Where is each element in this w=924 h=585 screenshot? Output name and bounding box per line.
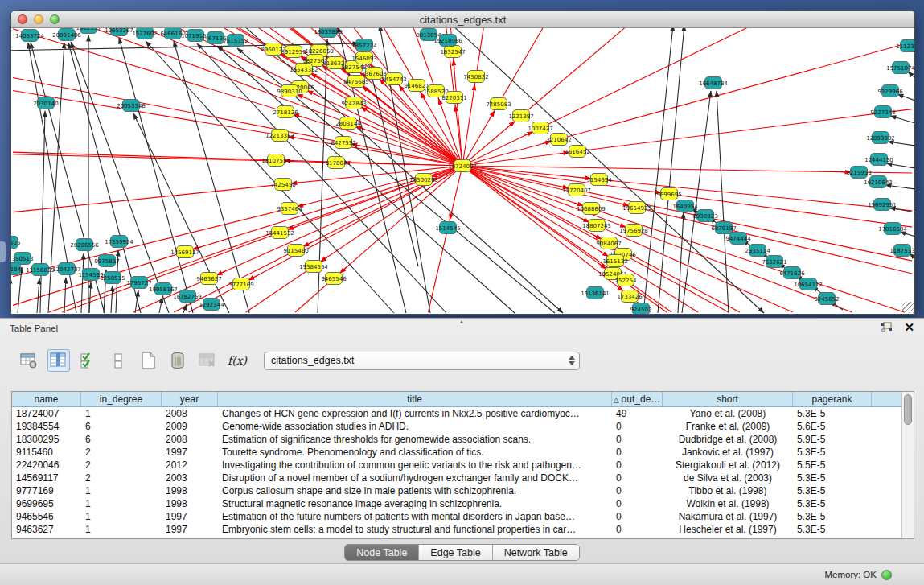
graph-node[interactable]: 3210642 [546, 134, 571, 146]
graph-node[interactable]: 9357464 [277, 203, 302, 215]
scrollbar-thumb[interactable] [904, 394, 912, 425]
column-header-short[interactable]: short [663, 392, 793, 406]
graph-node[interactable]: 2030140 [33, 97, 58, 109]
graph-node[interactable]: 15136141 [581, 287, 610, 299]
svg-text:15751074: 15751074 [886, 65, 914, 72]
graph-node[interactable]: 20206556 [70, 239, 99, 251]
graph-node[interactable]: 14569117 [170, 246, 199, 258]
column-header-pagerank[interactable]: pagerank [793, 392, 872, 406]
table-row[interactable]: 946554611997Estimation of the future num… [12, 510, 901, 523]
collapsed-panel-handle[interactable] [0, 241, 6, 262]
graph-node[interactable]: 1292344 [199, 299, 224, 311]
graph-node[interactable]: 10688609 [577, 203, 606, 215]
delete-rows-icon[interactable] [166, 349, 189, 372]
graph-node[interactable]: 12042737 [52, 263, 81, 275]
tab-node-table[interactable]: Node Table [345, 545, 419, 560]
graph-node[interactable]: 8427552 [331, 137, 355, 149]
graph-node[interactable]: 1221397 [508, 110, 533, 122]
table-scrollbar[interactable] [901, 392, 914, 538]
graph-node[interactable]: 19384554 [299, 261, 328, 273]
svg-text:2718126: 2718126 [273, 109, 298, 116]
graph-node[interactable]: 10654112 [794, 278, 823, 290]
graph-node[interactable]: 15720407 [562, 184, 591, 196]
close-panel-icon[interactable]: ✕ [904, 321, 914, 333]
table-row[interactable]: 1456911722003Disruption of a novel membe… [12, 472, 901, 484]
graph-node[interactable]: 6471626 [779, 267, 805, 279]
graph-node[interactable]: 7450822 [463, 71, 488, 83]
table-selector-dropdown[interactable]: citations_edges.txt [264, 352, 580, 370]
graph-node[interactable]: 924502 [630, 303, 652, 315]
column-header-in_degree[interactable]: in_degree [81, 392, 162, 406]
graph-node[interactable]: 2718126 [273, 106, 298, 118]
table-row[interactable]: 1872400712008Changes of HCN gene express… [12, 407, 901, 420]
graph-node[interactable]: 1250515 [100, 272, 125, 284]
graph-node[interactable]: 9465546 [321, 273, 347, 285]
memory-status-label: Memory: OK [824, 570, 877, 579]
select-all-rows-icon[interactable] [77, 349, 100, 372]
network-view-window[interactable]: citations_edges.txt 18724007896012389129… [10, 10, 915, 315]
graph-node[interactable]: 2935114 [745, 245, 770, 257]
graph-node[interactable]: 16210643 [864, 176, 893, 188]
graph-node[interactable]: 20053346 [117, 100, 146, 112]
graph-node[interactable]: 1514545 [435, 222, 460, 234]
graph-node[interactable]: 39194 [11, 263, 22, 275]
attribute-table: namein_degreeyeartitle△out_de…shortpager… [11, 391, 914, 539]
cell-in_degree: 1 [81, 510, 162, 523]
resize-grip[interactable] [902, 302, 914, 313]
graph-node[interactable]: 817004 [326, 157, 347, 169]
column-header-name[interactable]: name [12, 392, 81, 406]
graph-node[interactable]: 10653267 [105, 28, 133, 36]
tab-edge-table[interactable]: Edge Table [419, 545, 492, 560]
graph-node[interactable]: 7485083 [486, 98, 511, 110]
graph-node[interactable]: 1616452 [565, 146, 589, 158]
table-settings-icon[interactable] [18, 349, 40, 372]
graph-node[interactable]: 1632547 [440, 46, 465, 58]
column-header-out_de[interactable]: △out_de… [612, 392, 663, 406]
graph-node[interactable]: 15751074 [886, 62, 914, 74]
tab-network-table[interactable]: Network Table [493, 545, 579, 560]
unselect-all-rows-icon[interactable] [107, 349, 129, 372]
table-row[interactable]: 1938455462009Genome-wide association stu… [12, 420, 901, 433]
table-row[interactable]: 1830029562008Estimation of significance … [12, 433, 901, 446]
table-row[interactable]: 946362711997Embryonic stem cells: a mode… [12, 523, 901, 536]
cell-in_degree: 2 [81, 459, 162, 472]
svg-text:7485083: 7485083 [486, 101, 511, 108]
graph-node[interactable]: 266505 [11, 237, 20, 249]
graph-node[interactable]: 1187533 [889, 245, 914, 257]
column-header-year[interactable]: year [162, 392, 218, 406]
graph-node[interactable]: 8215953 [846, 167, 871, 179]
column-visibility-icon[interactable] [47, 349, 70, 372]
graph-node[interactable]: 7425450 [270, 179, 295, 191]
float-panel-icon[interactable] [881, 322, 893, 332]
table-row[interactable]: 911546021997Tourette syndrome. Phenomeno… [12, 446, 901, 459]
graph-node[interactable]: 1795727 [126, 277, 151, 289]
network-canvas[interactable]: 1872400789601238912955182260589827503165… [11, 28, 914, 314]
graph-node[interactable]: 7857224 [351, 39, 377, 51]
window-titlebar[interactable]: citations_edges.txt [11, 11, 914, 28]
network-graph[interactable]: 1872400789601238912955182260589827503165… [11, 28, 914, 314]
graph-node[interactable]: 1112304 [896, 40, 914, 52]
table-row[interactable]: 977716911998Corpus callosum shape and si… [12, 484, 901, 497]
graph-node[interactable]: 12213383 [265, 130, 294, 142]
new-table-icon[interactable] [137, 349, 159, 372]
column-header-title[interactable]: title [218, 392, 612, 406]
graph-node[interactable]: 9699695 [656, 188, 681, 200]
graph-node[interactable]: 1527602 [132, 28, 157, 39]
table-row[interactable]: 2242004622012Investigating the contribut… [12, 459, 901, 472]
graph-node[interactable]: 9975857 [94, 255, 119, 267]
svg-text:16648784: 16648784 [699, 80, 728, 87]
function-builder-icon[interactable]: f(x) [226, 349, 248, 372]
graph-node[interactable]: 17359924 [105, 236, 133, 248]
graph-node[interactable]: 9154694 [586, 174, 612, 186]
graph-node[interactable]: 15441532 [265, 227, 294, 239]
cell-short: Tibbo et al. (1998) [663, 484, 793, 497]
table-row[interactable]: 969969511998Structural magnetic resonanc… [12, 497, 901, 510]
graph-node[interactable]: 19654923 [622, 202, 651, 214]
graph-node[interactable]: 18107554 [261, 154, 290, 167]
cell-name: 9777169 [12, 484, 81, 497]
graph-node[interactable]: 7632621 [762, 256, 786, 268]
graph-node[interactable]: 252254 [615, 274, 637, 286]
graph-node[interactable]: 9245652 [814, 293, 839, 305]
graph-node[interactable]: 16648784 [699, 77, 728, 89]
cell-in_degree: 6 [81, 433, 162, 446]
